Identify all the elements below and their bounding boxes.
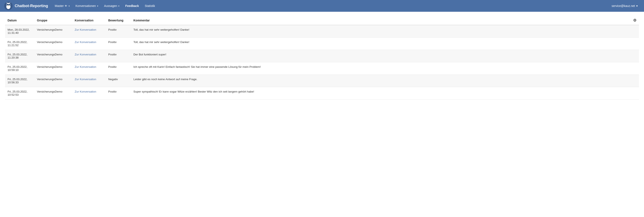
cell-gruppe: VersicherungsDemo xyxy=(34,50,72,62)
table-body: Mon, 28.03.2022, 11:31:40 VersicherungsD… xyxy=(5,25,639,100)
table-row: Fri, 25.03.2022, 10:56:33 VersicherungsD… xyxy=(5,75,639,87)
table-row: Mon, 28.03.2022, 11:31:40 VersicherungsD… xyxy=(5,25,639,38)
nav-label-statistik: Statistik xyxy=(145,4,155,8)
cell-gear xyxy=(630,87,639,100)
cell-bewertung: Positiv xyxy=(106,38,131,50)
svg-point-10 xyxy=(9,4,10,4)
cell-kommentar: Leider gibt es noch keine Antwort auf me… xyxy=(131,75,630,87)
cell-konversation: Zur Konversation xyxy=(72,50,106,62)
cell-gear xyxy=(630,38,639,50)
feedback-table: Datum Gruppe Konversation Bewertung Komm… xyxy=(5,16,639,100)
cell-bewertung: Positiv xyxy=(106,25,131,38)
col-header-kommentar: Kommentar xyxy=(131,16,630,25)
col-header-gruppe: Gruppe xyxy=(34,16,72,25)
cell-kommentar: Der Bot funktioniert super! xyxy=(131,50,630,62)
gear-icon[interactable]: ⚙ xyxy=(633,18,636,22)
chevron-down-icon: ▾ xyxy=(97,5,98,7)
chevron-down-icon: ▾ xyxy=(68,5,70,7)
cell-konversation: Zur Konversation xyxy=(72,75,106,87)
navbar: Chatbot-Reporting Master 👁 ▾ Konversatio… xyxy=(0,0,644,12)
cell-gruppe: VersicherungsDemo xyxy=(34,62,72,75)
cell-konversation: Zur Konversation xyxy=(72,38,106,50)
konversation-link[interactable]: Zur Konversation xyxy=(75,90,96,93)
cell-gear xyxy=(630,50,639,62)
col-header-konversation: Konversation xyxy=(72,16,106,25)
svg-point-9 xyxy=(8,4,8,4)
cell-bewertung: Negativ xyxy=(106,75,131,87)
eye-icon: 👁 xyxy=(64,4,67,8)
table-header: Datum Gruppe Konversation Bewertung Komm… xyxy=(5,16,639,25)
navbar-nav: Master 👁 ▾ Konversationen ▾ Aussagen ▾ F… xyxy=(52,2,610,9)
cell-kommentar: Ich spreche oft mit Karin! Einfach fanta… xyxy=(131,62,630,75)
user-email: service@kauz.net xyxy=(612,4,635,8)
main-content: Datum Gruppe Konversation Bewertung Komm… xyxy=(0,12,644,217)
nav-label-aussagen: Aussagen xyxy=(104,4,117,8)
cell-gruppe: VersicherungsDemo xyxy=(34,25,72,38)
col-header-bewertung: Bewertung xyxy=(106,16,131,25)
cell-datum: Fri, 25.03.2022, 11:20:38 xyxy=(5,50,34,62)
cell-gear xyxy=(630,75,639,87)
konversation-link[interactable]: Zur Konversation xyxy=(75,40,96,44)
nav-item-konversationen[interactable]: Konversationen ▾ xyxy=(73,2,101,9)
user-menu[interactable]: service@kauz.net ▾ xyxy=(610,3,640,9)
nav-item-aussagen[interactable]: Aussagen ▾ xyxy=(102,2,122,9)
chevron-down-icon: ▾ xyxy=(636,4,638,8)
cell-gruppe: VersicherungsDemo xyxy=(34,38,72,50)
navbar-right: service@kauz.net ▾ xyxy=(610,3,640,9)
cell-gear xyxy=(630,62,639,75)
cell-bewertung: Positiv xyxy=(106,50,131,62)
konversation-link[interactable]: Zur Konversation xyxy=(75,65,96,68)
svg-point-7 xyxy=(7,4,8,5)
cell-kommentar: Toll, das hat mir sehr weitergeholfen! D… xyxy=(131,38,630,50)
nav-item-master[interactable]: Master 👁 ▾ xyxy=(52,2,72,9)
nav-label-master: Master xyxy=(55,4,64,8)
konversation-link[interactable]: Zur Konversation xyxy=(75,78,96,81)
brand-title: Chatbot-Reporting xyxy=(15,4,48,8)
col-header-datum: Datum xyxy=(5,16,34,25)
table-row: Fri, 25.03.2022, 10:59:10 VersicherungsD… xyxy=(5,62,639,75)
cell-konversation: Zur Konversation xyxy=(72,87,106,100)
cell-kommentar: Toll, das hat mir sehr weitergeholfen! D… xyxy=(131,25,630,38)
nav-item-feedback[interactable]: Feedback xyxy=(123,2,142,9)
cell-datum: Mon, 28.03.2022, 11:31:40 xyxy=(5,25,34,38)
cell-konversation: Zur Konversation xyxy=(72,62,106,75)
nav-label-konversationen: Konversationen xyxy=(76,4,96,8)
cell-gruppe: VersicherungsDemo xyxy=(34,75,72,87)
cell-gear xyxy=(630,25,639,38)
cell-gruppe: VersicherungsDemo xyxy=(34,87,72,100)
brand-logo[interactable]: Chatbot-Reporting xyxy=(4,2,48,10)
cell-datum: Fri, 25.03.2022, 10:59:10 xyxy=(5,62,34,75)
cell-bewertung: Positiv xyxy=(106,62,131,75)
chevron-down-icon: ▾ xyxy=(118,5,119,7)
nav-item-statistik[interactable]: Statistik xyxy=(142,2,158,9)
svg-point-8 xyxy=(9,4,10,5)
col-header-settings: ⚙ xyxy=(630,16,639,25)
konversation-link[interactable]: Zur Konversation xyxy=(75,28,96,31)
cell-datum: Fri, 25.03.2022, 10:56:33 xyxy=(5,75,34,87)
cell-konversation: Zur Konversation xyxy=(72,25,106,38)
nav-label-feedback: Feedback xyxy=(125,4,139,8)
table-row: Fri, 25.03.2022, 11:20:38 VersicherungsD… xyxy=(5,50,639,62)
table-row: Fri, 25.03.2022, 10:52:53 VersicherungsD… xyxy=(5,87,639,100)
cell-kommentar: Super sympathisch! Er kann sogar Witze e… xyxy=(131,87,630,100)
cell-bewertung: Positiv xyxy=(106,87,131,100)
konversation-link[interactable]: Zur Konversation xyxy=(75,53,96,56)
cell-datum: Fri, 25.03.2022, 10:52:53 xyxy=(5,87,34,100)
cell-datum: Fri, 25.03.2022, 11:21:52 xyxy=(5,38,34,50)
table-row: Fri, 25.03.2022, 11:21:52 VersicherungsD… xyxy=(5,38,639,50)
